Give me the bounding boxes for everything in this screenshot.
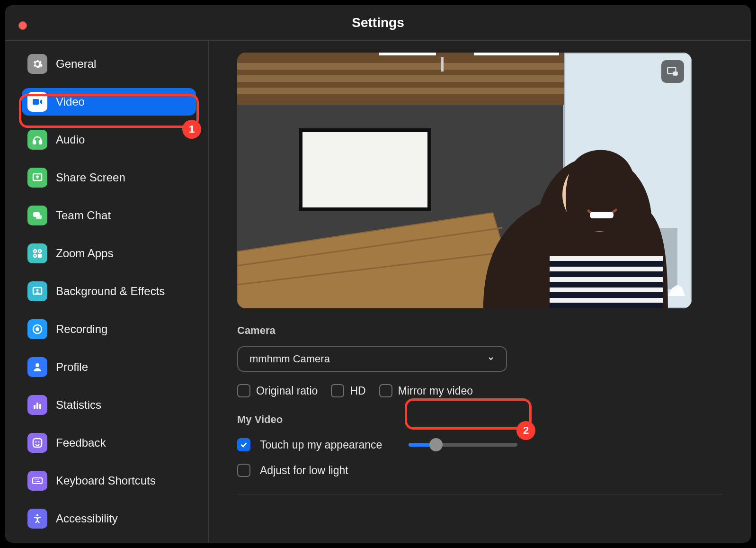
bg-icon [27, 281, 47, 301]
svg-rect-54 [550, 271, 663, 277]
sidebar-item-label: Zoom Apps [56, 247, 113, 260]
myvideo-section-title: My Video [237, 413, 722, 426]
chevron-down-icon [487, 353, 495, 365]
annotation-badge-1: 1 [182, 120, 201, 139]
chat-icon [27, 206, 47, 225]
svg-rect-38 [237, 88, 564, 94]
access-icon [27, 509, 47, 529]
sidebar-item-audio[interactable]: Audio [22, 126, 196, 153]
camera-section-title: Camera [237, 324, 722, 337]
sidebar-item-keyboard-shortcuts[interactable]: Keyboard Shortcuts [22, 467, 196, 494]
sidebar-item-label: Background & Effects [56, 285, 165, 298]
svg-rect-39 [379, 53, 436, 55]
svg-point-27 [36, 514, 39, 517]
pip-icon[interactable] [661, 60, 684, 83]
gear-icon [27, 54, 47, 74]
sidebar: GeneralVideoAudioShare ScreenTeam ChatZo… [5, 41, 209, 543]
sidebar-item-statistics[interactable]: Statistics [22, 391, 196, 419]
svg-point-19 [35, 441, 36, 442]
sidebar-item-zoom-apps[interactable]: Zoom Apps [22, 240, 196, 267]
svg-rect-5 [36, 215, 42, 219]
touchup-label: Touch up my appearance [260, 439, 382, 451]
mirror-label: Mirror my video [398, 385, 473, 397]
svg-rect-59 [673, 72, 678, 76]
svg-rect-36 [237, 63, 564, 70]
svg-point-49 [587, 192, 593, 198]
sidebar-item-label: Statistics [56, 398, 101, 412]
svg-rect-2 [39, 141, 42, 144]
sidebar-item-feedback[interactable]: Feedback [22, 429, 196, 457]
svg-point-6 [34, 250, 36, 252]
video-icon [27, 92, 47, 112]
sidebar-item-video[interactable]: Video [22, 88, 196, 116]
sidebar-item-recording[interactable]: Recording [22, 315, 196, 343]
sidebar-item-label: Profile [56, 360, 88, 374]
hd-label: HD [350, 385, 365, 397]
preview-image [237, 53, 692, 308]
svg-rect-1 [33, 141, 36, 144]
smile-icon [27, 433, 47, 453]
svg-point-22 [35, 479, 36, 480]
lowlight-checkbox[interactable] [237, 464, 250, 477]
sidebar-item-general[interactable]: General [22, 50, 196, 78]
sidebar-item-accessibility[interactable]: Accessibility [22, 505, 196, 532]
stats-icon [27, 395, 47, 415]
svg-rect-16 [36, 403, 38, 409]
keyboard-icon [27, 471, 47, 491]
svg-point-7 [38, 250, 41, 252]
touchup-checkbox[interactable] [237, 438, 250, 451]
svg-rect-56 [550, 292, 663, 298]
share-icon [27, 168, 47, 188]
svg-rect-53 [550, 261, 663, 267]
touchup-slider[interactable] [409, 443, 517, 447]
svg-rect-9 [38, 254, 41, 257]
svg-point-25 [35, 481, 36, 482]
svg-point-13 [36, 327, 39, 331]
settings-window: Settings GeneralVideoAudioShare ScreenTe… [4, 4, 752, 544]
sidebar-item-label: Share Screen [56, 171, 125, 184]
svg-point-8 [34, 254, 36, 257]
svg-rect-40 [441, 57, 444, 72]
sidebar-item-label: Accessibility [56, 512, 118, 525]
svg-rect-51 [590, 212, 614, 218]
sidebar-item-background-effects[interactable]: Background & Effects [22, 278, 196, 305]
camera-select[interactable]: mmhmm Camera [237, 346, 507, 372]
svg-point-11 [36, 289, 39, 292]
sidebar-item-label: Keyboard Shortcuts [56, 474, 156, 487]
video-preview [237, 53, 692, 308]
audio-icon [27, 130, 47, 150]
svg-rect-57 [550, 303, 663, 308]
lowlight-label: Adjust for low light [260, 464, 348, 477]
hd-checkbox[interactable] [331, 384, 344, 397]
svg-point-23 [36, 479, 37, 480]
divider [237, 494, 722, 494]
svg-rect-26 [36, 481, 40, 482]
svg-point-24 [38, 479, 39, 480]
svg-rect-37 [237, 75, 564, 82]
sidebar-item-label: Team Chat [56, 209, 111, 222]
annotation-badge-2: 2 [516, 421, 535, 440]
content-pane: Camera mmhmm Camera Original ratio HD [209, 41, 751, 543]
svg-rect-15 [34, 405, 36, 409]
sidebar-item-share-screen[interactable]: Share Screen [22, 164, 196, 191]
window-title: Settings [352, 15, 404, 30]
sidebar-item-team-chat[interactable]: Team Chat [22, 202, 196, 229]
svg-rect-55 [550, 282, 663, 287]
close-icon[interactable] [18, 21, 27, 30]
mirror-checkbox[interactable] [379, 384, 392, 397]
sidebar-item-label: General [56, 57, 96, 71]
sidebar-item-label: Video [56, 95, 85, 108]
apps-icon [27, 243, 47, 263]
svg-rect-21 [33, 478, 42, 484]
sidebar-item-label: Recording [56, 323, 107, 336]
sidebar-item-label: Audio [56, 133, 85, 146]
rec-icon [27, 319, 47, 339]
camera-select-value: mmhmm Camera [249, 353, 330, 365]
svg-point-50 [609, 192, 615, 198]
titlebar: Settings [5, 5, 751, 41]
svg-point-20 [38, 441, 39, 442]
svg-rect-17 [39, 404, 41, 409]
original-ratio-label: Original ratio [256, 385, 318, 397]
sidebar-item-profile[interactable]: Profile [22, 353, 196, 381]
original-ratio-checkbox[interactable] [237, 384, 250, 397]
